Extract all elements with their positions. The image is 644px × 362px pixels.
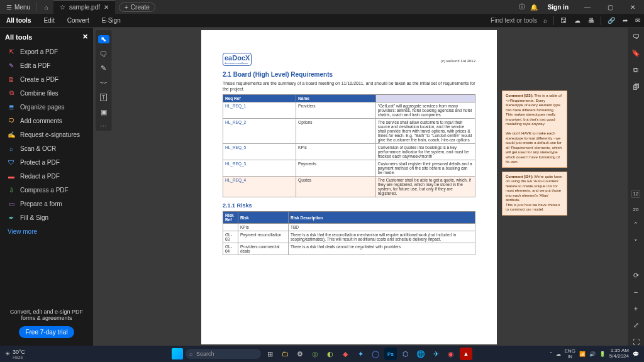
settings-icon[interactable]: ⚙ (294, 348, 306, 360)
tray-chevron-icon[interactable]: ˄ (550, 351, 552, 357)
view-more-link[interactable]: View more (5, 224, 88, 239)
weather-cond: Haze (13, 355, 25, 359)
comment-bubble[interactable]: Comment [I23]: This is a table of <>Requ… (502, 90, 567, 168)
help-icon[interactable]: ⓘ (519, 3, 525, 11)
sidebar-item[interactable]: ⌕Scan & OCR (5, 141, 88, 155)
link-icon[interactable]: 🔗 (604, 17, 619, 24)
titlebar: ☰ Menu ⌂ ☆ sample.pdf ✕ + Create ⓘ 🔔 Sig… (0, 0, 644, 14)
panel-layers-icon[interactable]: 🗐 (633, 83, 640, 90)
select-tool[interactable]: ⬉ (98, 35, 109, 43)
cloud-icon[interactable]: ☁ (570, 17, 584, 24)
signin-button[interactable]: Sign in (543, 4, 574, 11)
rotate-icon[interactable]: ⟳ (633, 272, 639, 280)
fit-width-icon[interactable]: ⤢ (633, 321, 639, 329)
zoom-out-icon[interactable]: − (634, 288, 638, 296)
wifi-icon[interactable]: 📶 (579, 351, 586, 357)
promo-text: Convert, edit and e-sign PDF forms & agr… (5, 309, 88, 321)
create-button[interactable]: + Create (119, 3, 155, 12)
page-up-icon[interactable]: ˄ (634, 221, 638, 229)
eadocx-logo: eaDocX document excellence (223, 53, 252, 66)
table-row: GL-03Payment reconciliationThere is a ri… (223, 231, 475, 243)
maximize-button[interactable]: ▢ (601, 4, 619, 11)
tab-all-tools[interactable]: All tools (0, 17, 37, 24)
home-button[interactable]: ⌂ (40, 4, 53, 11)
col-risk-ref: Risk Ref (223, 212, 238, 224)
app-icon-5[interactable]: ◯ (369, 348, 382, 360)
panel-comments-icon[interactable]: 🗨 (633, 33, 640, 40)
sidebar-item[interactable]: 🗨Add comments (5, 114, 88, 128)
sidebar-item[interactable]: 🗎Create a PDF (5, 72, 88, 86)
app-icon-1[interactable]: ◎ (309, 348, 321, 360)
app-icon-ps[interactable]: Ps (384, 348, 397, 360)
app-icon-3[interactable]: ◆ (339, 348, 352, 360)
notifications-icon[interactable]: 💬 (633, 351, 639, 357)
highlight-tool[interactable]: ✎ (98, 64, 109, 72)
more-tools-icon[interactable]: ⋯ (98, 123, 109, 131)
draw-tool[interactable]: 〰 (98, 79, 109, 87)
document-tab[interactable]: ☆ sample.pdf ✕ (53, 0, 115, 14)
sidebar-item[interactable]: ▬Redact a PDF (5, 169, 88, 183)
weather-widget[interactable]: ☀ 30°C Haze (0, 349, 30, 359)
document-viewport[interactable]: ⬉ 🗨 ✎ 〰 🅃 ▣ ⋯ eaDocX document excellence… (93, 28, 628, 346)
bell-icon[interactable]: 🔔 (530, 4, 538, 11)
tab-edit[interactable]: Edit (37, 17, 60, 24)
clock[interactable]: 1:35 AM 5/4/2024 (609, 348, 629, 359)
sidebar-item[interactable]: ✎Edit a PDF (5, 58, 88, 72)
clock-date: 5/4/2024 (609, 354, 629, 359)
page-down-icon[interactable]: ˅ (634, 238, 638, 246)
close-sidebar-icon[interactable]: ✕ (82, 33, 88, 41)
sidebar-title: All tools (5, 33, 32, 41)
sidebar-item[interactable]: ✒Fill & Sign (5, 211, 88, 224)
close-window-button[interactable]: ✕ (624, 4, 641, 11)
lang-indicator[interactable]: ENG (565, 349, 575, 354)
minimize-button[interactable]: — (579, 4, 596, 11)
chrome-icon[interactable]: 🌐 (414, 348, 427, 360)
risks-table: Risk Ref Risk Risk Description KPIsTBDGL… (223, 211, 475, 255)
volume-icon[interactable]: 🔊 (589, 351, 596, 357)
sidebar-item[interactable]: ≣Organize pages (5, 100, 88, 114)
search-icon[interactable]: ⌕ (540, 17, 551, 24)
mail-icon[interactable]: ✉ (631, 17, 644, 24)
find-text-label[interactable]: Find text or tools (491, 17, 540, 24)
fullscreen-icon[interactable]: ⛶ (633, 338, 640, 346)
sidebar-item[interactable]: ✍Request e-signatures (5, 128, 88, 141)
tools-toolbar: All tools Edit Convert E-Sign Find text … (0, 14, 644, 28)
sidebar-item[interactable]: ⇱Export a PDF (5, 45, 88, 58)
sidebar-item[interactable]: ⇩Compress a PDF (5, 183, 88, 197)
start-button[interactable] (172, 348, 183, 359)
save-icon[interactable]: 🖫 (557, 17, 570, 24)
sidebar-item[interactable]: 🛡Protect a PDF (5, 155, 88, 169)
sidebar-item[interactable]: ▭Prepare a form (5, 197, 88, 211)
zoom-in-icon[interactable]: + (634, 305, 638, 312)
stamp-tool[interactable]: ▣ (98, 108, 109, 116)
comment-bubble[interactable]: Comment [I24]: We're quite keen on using… (502, 172, 567, 216)
app-icon-7[interactable]: ✈ (430, 348, 442, 360)
battery-icon[interactable]: 🔋 (599, 351, 606, 357)
print-icon[interactable]: 🖶 (584, 17, 598, 24)
app-icon-6[interactable]: ⬡ (399, 348, 412, 360)
share-icon[interactable]: ➦ (619, 17, 631, 24)
close-tab-icon[interactable]: ✕ (104, 4, 109, 11)
tab-convert[interactable]: Convert (61, 17, 96, 24)
menu-button[interactable]: ☰ Menu (3, 4, 34, 11)
tool-icon: 🗎 (8, 75, 15, 83)
app-icon-8[interactable]: ◉ (445, 348, 457, 360)
free-trial-button[interactable]: Free 7-day trial (19, 326, 74, 338)
app-icon-4[interactable]: ✦ (354, 348, 367, 360)
sidebar-item[interactable]: ⧉Combine files (5, 86, 88, 100)
page-number-current[interactable]: 12 (631, 190, 641, 198)
explorer-icon[interactable]: 🗀 (279, 348, 291, 360)
acrobat-icon[interactable]: ▲ (460, 348, 472, 360)
hamburger-icon: ☰ (6, 4, 12, 11)
taskbar-search[interactable]: ⌕ Search (186, 349, 261, 359)
tray-cloud-icon[interactable]: ☁ (556, 351, 561, 357)
panel-thumbnails-icon[interactable]: ⧉ (633, 66, 638, 74)
col-risk: Risk (238, 212, 289, 224)
app-icon-2[interactable]: ◐ (324, 348, 336, 360)
text-tool[interactable]: 🅃 (98, 94, 109, 102)
tab-esign[interactable]: E-Sign (96, 17, 127, 24)
system-tray[interactable]: ˄ ☁ ENG IN 📶 🔊 🔋 1:35 AM 5/4/2024 💬 (550, 348, 644, 359)
comment-tool[interactable]: 🗨 (98, 50, 109, 58)
task-view-icon[interactable]: ⊞ (264, 348, 276, 360)
panel-bookmarks-icon[interactable]: 🔖 (631, 49, 640, 57)
